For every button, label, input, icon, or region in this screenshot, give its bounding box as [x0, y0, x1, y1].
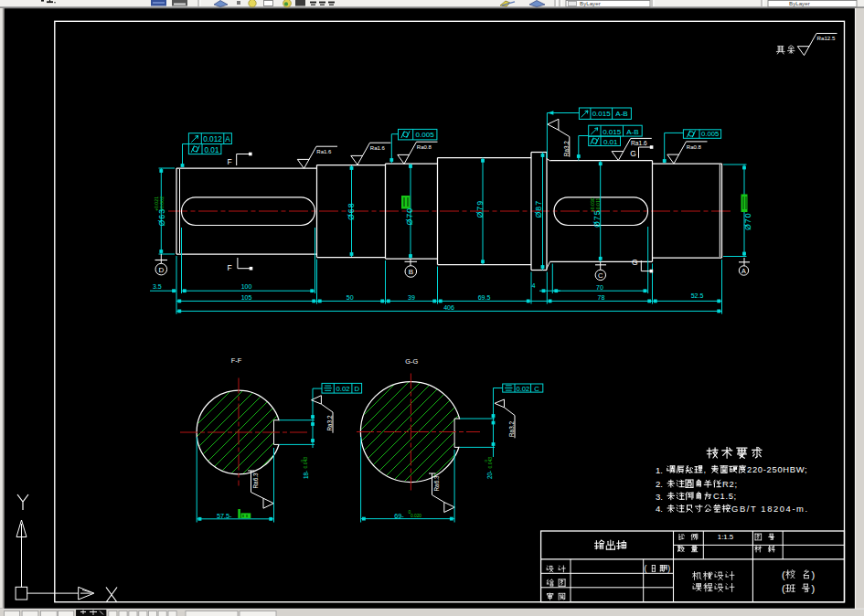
svg-text:39: 39	[408, 294, 415, 301]
svg-text:0.005: 0.005	[416, 131, 435, 139]
svg-text:0.01: 0.01	[205, 146, 219, 154]
svg-text:0.02: 0.02	[336, 385, 349, 393]
svg-text:Ra1.6: Ra1.6	[370, 145, 386, 151]
svg-text:105: 105	[241, 294, 252, 301]
svg-text:D: D	[354, 385, 359, 393]
svg-text:): )	[667, 564, 670, 573]
svg-text:G-G: G-G	[405, 357, 418, 366]
svg-text:1.: 1.	[656, 465, 663, 475]
svg-text:50: 50	[347, 294, 354, 301]
svg-text:Ø79: Ø79	[475, 200, 485, 218]
svg-text:C: C	[534, 385, 539, 393]
svg-text:Ra12.5: Ra12.5	[817, 35, 837, 41]
svg-text:Ra1.6: Ra1.6	[631, 140, 647, 146]
svg-text:20-: 20-	[486, 471, 493, 479]
svg-text:(: (	[645, 564, 647, 573]
svg-text:0.020: 0.020	[411, 514, 421, 518]
svg-text:ByLayer: ByLayer	[580, 0, 601, 6]
svg-text:,: ,	[704, 464, 707, 474]
svg-text:F-F: F-F	[231, 356, 242, 365]
svg-text:C: C	[598, 271, 603, 280]
svg-text:0.02: 0.02	[516, 385, 529, 393]
svg-text:18-: 18-	[303, 471, 309, 479]
svg-text:Ra3.2: Ra3.2	[563, 141, 570, 156]
svg-text:ByLayer: ByLayer	[789, 0, 810, 6]
svg-text:70: 70	[596, 284, 603, 291]
svg-text:0.005: 0.005	[701, 130, 719, 138]
svg-text:Ra1.6: Ra1.6	[316, 149, 332, 154]
svg-text:Ø75: Ø75	[592, 209, 602, 228]
svg-text:Ra0.8: Ra0.8	[687, 144, 702, 150]
svg-text:100: 100	[241, 283, 252, 290]
svg-text:D: D	[158, 266, 164, 274]
svg-text:69.5: 69.5	[478, 294, 491, 301]
svg-text:1:1.5: 1:1.5	[718, 533, 734, 541]
svg-text:2.: 2.	[656, 479, 663, 489]
svg-text:0.01: 0.01	[603, 138, 618, 146]
svg-text:R2;: R2;	[722, 479, 738, 489]
svg-text:220-250HBW;: 220-250HBW;	[747, 464, 807, 474]
svg-text:3.5: 3.5	[153, 283, 162, 290]
svg-text:(: (	[782, 569, 785, 580]
svg-text:B: B	[409, 268, 413, 276]
svg-text:(: (	[782, 583, 785, 594]
svg-text:G: G	[630, 149, 636, 158]
svg-text:4: 4	[532, 281, 536, 290]
svg-text:Ra6.3: Ra6.3	[252, 473, 259, 488]
svg-text:A-B: A-B	[626, 128, 638, 136]
svg-text:GB/T 18204-m.: GB/T 18204-m.	[731, 504, 809, 514]
svg-text:F: F	[228, 157, 232, 166]
svg-text:57.5-: 57.5-	[217, 512, 232, 520]
svg-text:78: 78	[598, 294, 605, 301]
svg-text:Ø87: Ø87	[534, 200, 543, 218]
svg-text:3.: 3.	[656, 492, 663, 502]
svg-text:G: G	[632, 258, 638, 267]
svg-text:Ra0.8: Ra0.8	[417, 144, 432, 150]
svg-text:0.012: 0.012	[203, 135, 222, 143]
svg-text:Ø70: Ø70	[743, 212, 752, 230]
svg-text:C1.5;: C1.5;	[713, 491, 737, 501]
svg-text:A: A	[225, 135, 230, 143]
svg-text:0.015: 0.015	[592, 110, 612, 118]
svg-text:A: A	[741, 267, 746, 275]
svg-text:4.: 4.	[656, 504, 663, 514]
svg-text:Ø70: Ø70	[405, 207, 414, 226]
svg-text:Ra6.3: Ra6.3	[433, 475, 440, 491]
svg-text:0.015: 0.015	[603, 128, 622, 136]
svg-text:52.5: 52.5	[691, 292, 704, 299]
svg-text:Ra3.2: Ra3.2	[326, 415, 333, 430]
svg-text:Ø68: Ø68	[347, 202, 356, 220]
svg-text:): )	[812, 583, 816, 594]
svg-text:Ø63: Ø63	[157, 208, 166, 227]
svg-text:): )	[812, 569, 816, 580]
svg-text:69-: 69-	[394, 512, 404, 520]
svg-text:406: 406	[443, 304, 454, 311]
svg-text:F: F	[228, 263, 232, 272]
svg-text:Ra3.2: Ra3.2	[508, 421, 515, 437]
svg-text:A-B: A-B	[615, 110, 627, 118]
